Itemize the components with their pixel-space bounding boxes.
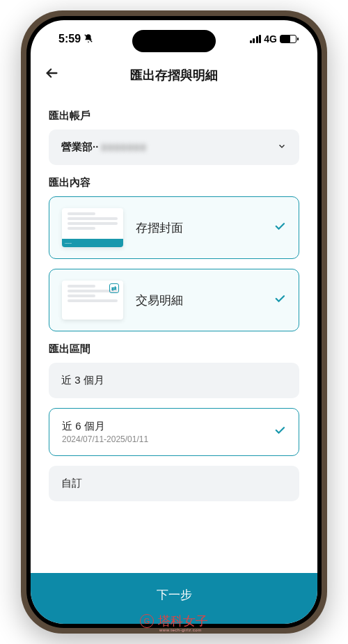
- status-time: 5:59: [58, 33, 81, 45]
- range-option-custom[interactable]: 自訂: [49, 466, 299, 501]
- range-option-6month[interactable]: 近 6 個月 2024/07/11-2025/01/11: [49, 408, 299, 456]
- passbook-thumbnail-icon: ------: [62, 208, 123, 247]
- account-section-label: 匯出帳戶: [49, 109, 299, 123]
- phone-frame: 5:59 4G 匯出存摺與明細 匯出帳戶: [21, 10, 327, 634]
- watermark-logo-icon: G: [140, 614, 154, 628]
- export-option-passbook-cover[interactable]: ------ 存摺封面: [49, 196, 299, 259]
- chevron-down-icon: [277, 141, 287, 154]
- main-content: 匯出帳戶 營業部··0000000 匯出內容: [31, 93, 317, 573]
- phone-bezel: 5:59 4G 匯出存摺與明細 匯出帳戶: [26, 16, 322, 628]
- range-section-label: 匯出區間: [49, 343, 299, 356]
- range-label: 近 6 個月: [62, 420, 148, 433]
- silent-icon: [84, 33, 93, 45]
- watermark: G 塔科女子 www.tech-girlz.com: [140, 613, 208, 629]
- back-button[interactable]: [45, 65, 60, 85]
- dynamic-island: [132, 30, 216, 52]
- option-label: 存摺封面: [136, 220, 261, 236]
- option-label: 交易明細: [136, 292, 261, 308]
- screen: 5:59 4G 匯出存摺與明細 匯出帳戶: [31, 20, 317, 624]
- export-option-transaction-details[interactable]: ⇄ 交易明細: [49, 269, 299, 331]
- check-icon: [274, 220, 286, 236]
- transaction-thumbnail-icon: ⇄: [62, 281, 123, 320]
- check-icon: [274, 292, 286, 308]
- account-selector[interactable]: 營業部··0000000: [49, 129, 299, 165]
- range-option-3month[interactable]: 近 3 個月: [49, 363, 299, 398]
- range-dates: 2024/07/11-2025/01/11: [62, 434, 148, 444]
- page-title: 匯出存摺與明細: [42, 67, 306, 84]
- battery-icon: [280, 35, 296, 43]
- network-label: 4G: [264, 33, 277, 45]
- account-value: 營業部··0000000: [61, 141, 147, 154]
- signal-icon: [250, 35, 262, 43]
- content-section-label: 匯出內容: [49, 176, 299, 189]
- app-header: 匯出存摺與明細: [31, 58, 317, 93]
- check-icon: [274, 424, 286, 440]
